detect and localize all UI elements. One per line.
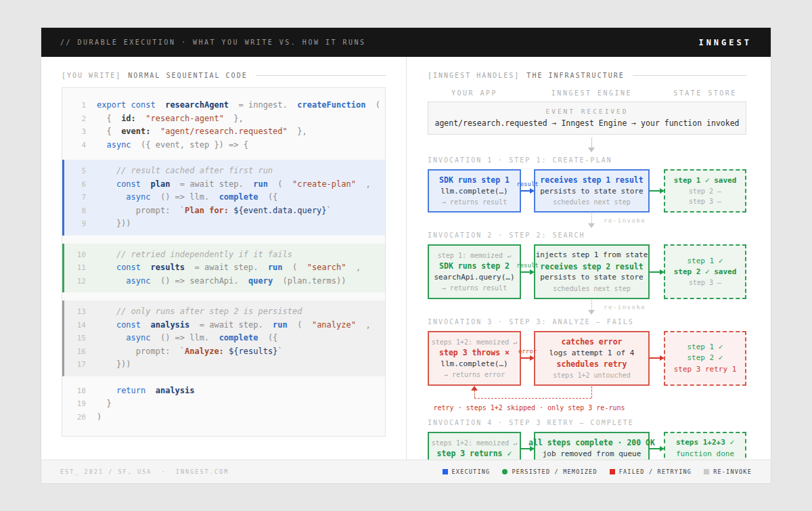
code-text: export const researchAgent = inngest. cr… <box>97 99 380 112</box>
retry-line-across <box>474 398 591 399</box>
line-number: 12 <box>64 275 86 288</box>
code-line: 2 { id: "research-agent" }, <box>64 112 385 126</box>
box-line: steps 1+2 untouched <box>553 371 630 380</box>
arrow-right-icon <box>660 446 664 451</box>
code-line: 5 // result cached after first run <box>64 164 385 178</box>
box-line: llm.complete(…) <box>441 187 508 196</box>
legend-label: RE-INVOKE <box>713 468 752 475</box>
line-number: 15 <box>64 332 86 345</box>
box-line: function done <box>676 449 734 459</box>
box-line: step 1: memoized ↵ <box>438 251 511 260</box>
code-text: async () => llm. complete ({ <box>97 332 277 345</box>
legend-swatch <box>502 469 508 474</box>
code-line: 11 const results = await step. run ( "se… <box>64 261 385 275</box>
code-text: })) <box>97 217 131 231</box>
code-text: async () => llm. complete ({ <box>97 191 277 204</box>
reinvoke-line <box>591 213 592 223</box>
box-line: llm.complete(…) <box>441 359 508 369</box>
box-line: SDK runs step 2 <box>439 261 510 271</box>
flow-arrow: error <box>521 331 534 386</box>
right-panel-tag: [INNGEST HANDLES] <box>428 72 520 79</box>
legend-item: FAILED / RETRYING <box>610 468 692 475</box>
engine-box: receives step 1 resultpersists to state … <box>534 169 650 213</box>
invocation-label-3: INVOCATION 3 · STEP 3: ANALYZE — FAILS <box>428 318 746 326</box>
arrow-label: result <box>516 181 539 187</box>
box-line: searchApi.query(…) <box>434 273 514 282</box>
reinvoke-connector: re-invoke <box>428 299 746 317</box>
footer-meta: EST_ 2021 / SF, USA · INNGEST.COM <box>60 468 229 475</box>
header-bar: // DURABLE EXECUTION · WHAT YOU WRITE VS… <box>41 28 771 57</box>
column-headers: YOUR APP INNGEST ENGINE STATE STORE <box>428 89 746 97</box>
line-number: 3 <box>64 125 86 139</box>
code-line: 16 prompt: `Analyze: ${results}` <box>64 345 385 359</box>
code-line: 20) <box>64 411 385 424</box>
arrow-right-icon <box>660 188 664 194</box>
code-text: const analysis = await step. run ( "anal… <box>97 319 371 332</box>
code-text: prompt: `Analyze: ${results}` <box>97 345 283 359</box>
header-rule <box>256 75 386 76</box>
code-block-plain: 18 return analysis19 }20) <box>62 384 385 424</box>
right-panel-title: THE INFRASTRUCTURE <box>526 72 624 79</box>
code-block-green: 10 // retried independently if it fails1… <box>62 244 385 293</box>
line-number: 9 <box>64 217 86 231</box>
box-line: step 2 – <box>689 187 721 196</box>
main-content: [YOU WRITE] NORMAL SEQUENTIAL CODE 1expo… <box>41 57 771 460</box>
state-box: step 1 ✓ savedstep 2 –step 3 – <box>664 169 746 213</box>
flow-arrow <box>650 244 664 299</box>
line-number: 10 <box>64 248 86 262</box>
code-line: 18 return analysis <box>64 384 385 398</box>
engine-box: injects step 1 from statereceives step 2… <box>534 244 650 299</box>
footer: EST_ 2021 / SF, USA · INNGEST.COM EXECUT… <box>41 460 771 483</box>
code-line: 7 async () => llm. complete ({ <box>64 191 385 204</box>
retry-line-down <box>591 386 592 398</box>
column-header-your-app: YOUR APP <box>428 89 521 97</box>
right-panel-header: [INNGEST HANDLES] THE INFRASTRUCTURE <box>428 72 746 79</box>
reinvoke-label: re-invoke <box>604 304 646 311</box>
app-box: SDK runs step 1llm.complete(…)→ returns … <box>428 169 521 213</box>
invocation-label-2: INVOCATION 2 · STEP 2: SEARCH <box>428 231 746 239</box>
reinvoke-label: re-invoke <box>604 217 646 224</box>
code-line: 4 async ({ event, step }) => { <box>64 139 385 152</box>
retry-line-up <box>474 391 475 398</box>
code-text: async () => searchApi. query (plan.terms… <box>97 275 346 288</box>
legend-swatch <box>443 469 448 474</box>
code-text: async ({ event, step }) => { <box>97 139 248 152</box>
app-box: steps 1+2: memoized ↵step 3 throws ×llm.… <box>428 331 521 386</box>
flow-arrow: result <box>521 169 534 213</box>
invocation-label-1: INVOCATION 1 · STEP 1: CREATE-PLAN <box>428 156 746 164</box>
engine-box: catches errorlogs attempt 1 of 4schedule… <box>534 331 650 386</box>
legend-label: FAILED / RETRYING <box>619 468 692 475</box>
box-line: schedules next step <box>553 284 630 293</box>
invocation-label-4: INVOCATION 4 · STEP 3 RETRY — COMPLETE <box>428 419 746 426</box>
page-card: // DURABLE EXECUTION · WHAT YOU WRITE VS… <box>41 27 771 484</box>
box-line: persists to state store <box>540 187 643 196</box>
box-line: steps 1+2+3 ✓ <box>676 438 734 447</box>
arrow-label: result <box>516 262 539 269</box>
box-line: step 3 throws × <box>439 348 510 358</box>
column-header-state-store: STATE STORE <box>664 89 746 97</box>
legend-label: PERSISTED / MEMOIZED <box>512 468 597 475</box>
box-line: → returns error <box>444 370 505 379</box>
legend-label: EXECUTING <box>452 468 491 475</box>
code-line: 14 const analysis = await step. run ( "a… <box>64 319 385 332</box>
legend: EXECUTINGPERSISTED / MEMOIZEDFAILED / RE… <box>443 468 752 475</box>
line-number: 4 <box>64 139 86 152</box>
header-title: // DURABLE EXECUTION · WHAT YOU WRITE VS… <box>60 39 366 46</box>
arrow-down-icon <box>588 223 595 228</box>
box-line: step 1 ✓ <box>687 257 723 266</box>
left-panel-header: [YOU WRITE] NORMAL SEQUENTIAL CODE <box>62 72 386 79</box>
reinvoke-line <box>591 300 592 310</box>
box-line: receives step 1 result <box>540 175 643 185</box>
state-box: step 1 ✓step 2 ✓step 3 retry 1 <box>664 331 746 386</box>
arrow-right-icon <box>660 269 664 275</box>
line-number: 5 <box>64 164 86 178</box>
box-line: steps 1+2: memoized ↵ <box>432 439 517 447</box>
state-box: step 1 ✓step 2 ✓ savedstep 3 – <box>664 244 746 299</box>
line-number: 8 <box>64 204 86 218</box>
box-line: steps 1+2: memoized ↵ <box>432 338 517 347</box>
code-block-blue: 5 // result cached after first run6 cons… <box>62 160 385 236</box>
line-number: 2 <box>64 112 86 126</box>
left-panel: [YOU WRITE] NORMAL SEQUENTIAL CODE 1expo… <box>41 57 407 460</box>
line-number: 11 <box>64 261 86 275</box>
code-line: 13 // only runs after step 2 is persiste… <box>64 305 385 319</box>
